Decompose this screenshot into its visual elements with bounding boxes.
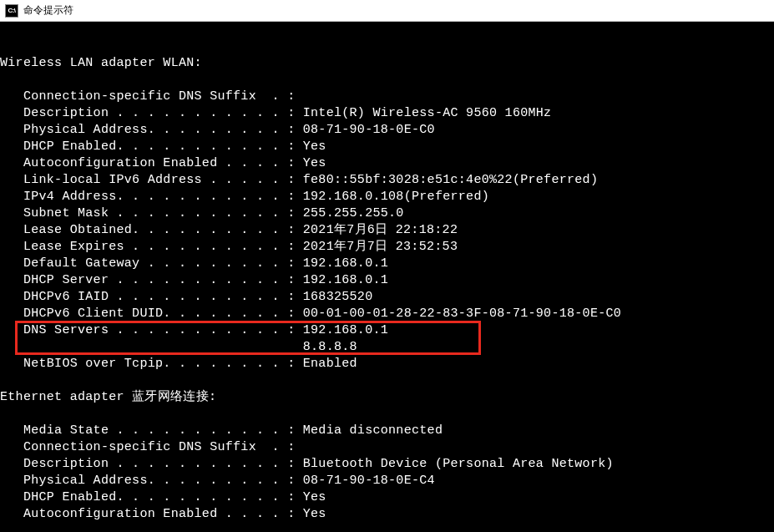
config-row: Link-local IPv6 Address . . . . . : fe80… bbox=[0, 172, 774, 189]
blank-line bbox=[0, 72, 774, 89]
config-row: Physical Address. . . . . . . . . : 08-7… bbox=[0, 122, 774, 139]
blank-line bbox=[0, 523, 774, 532]
config-row: 8.8.8.8 bbox=[0, 339, 774, 356]
config-row: Connection-specific DNS Suffix . : bbox=[0, 439, 774, 456]
config-row: DNS Servers . . . . . . . . . . . : 192.… bbox=[0, 322, 774, 339]
config-row: DHCP Server . . . . . . . . . . . : 192.… bbox=[0, 272, 774, 289]
config-row: NetBIOS over Tcpip. . . . . . . . : Enab… bbox=[0, 356, 774, 372]
config-row: Media State . . . . . . . . . . . : Medi… bbox=[0, 423, 774, 439]
adapter-header: Wireless LAN adapter WLAN: bbox=[0, 55, 774, 72]
config-row: Lease Expires . . . . . . . . . . : 2021… bbox=[0, 239, 774, 256]
config-row: Physical Address. . . . . . . . . : 08-7… bbox=[0, 473, 774, 489]
config-row: Subnet Mask . . . . . . . . . . . : 255.… bbox=[0, 205, 774, 222]
window-title-bar[interactable]: C:\ 命令提示符 bbox=[0, 0, 774, 22]
config-row: Description . . . . . . . . . . . : Inte… bbox=[0, 105, 774, 122]
config-row: Autoconfiguration Enabled . . . . : Yes bbox=[0, 155, 774, 172]
blank-line bbox=[0, 406, 774, 423]
terminal-window[interactable]: Wireless LAN adapter WLAN: Connection-sp… bbox=[0, 22, 774, 532]
window-title: 命令提示符 bbox=[23, 3, 73, 18]
cmd-icon: C:\ bbox=[5, 4, 18, 18]
blank-line bbox=[0, 372, 774, 389]
config-row: Lease Obtained. . . . . . . . . . : 2021… bbox=[0, 222, 774, 239]
config-row: DHCP Enabled. . . . . . . . . . . : Yes bbox=[0, 489, 774, 506]
config-row: IPv4 Address. . . . . . . . . . . : 192.… bbox=[0, 189, 774, 205]
config-row: DHCP Enabled. . . . . . . . . . . : Yes bbox=[0, 139, 774, 155]
config-row: Description . . . . . . . . . . . : Blue… bbox=[0, 456, 774, 473]
config-row: Default Gateway . . . . . . . . . : 192.… bbox=[0, 256, 774, 272]
config-row: Autoconfiguration Enabled . . . . : Yes bbox=[0, 506, 774, 523]
config-row: DHCPv6 IAID . . . . . . . . . . . : 1683… bbox=[0, 289, 774, 306]
adapter-header: Ethernet adapter 蓝牙网络连接: bbox=[0, 389, 774, 406]
terminal-output: Wireless LAN adapter WLAN: Connection-sp… bbox=[0, 55, 774, 532]
config-row: Connection-specific DNS Suffix . : bbox=[0, 89, 774, 105]
config-row: DHCPv6 Client DUID. . . . . . . . : 00-0… bbox=[0, 306, 774, 322]
